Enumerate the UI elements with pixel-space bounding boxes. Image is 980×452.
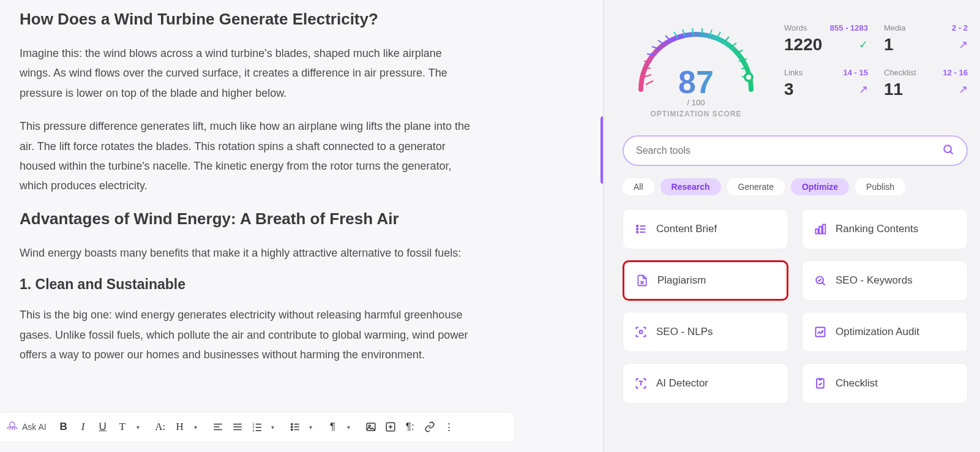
chevron-down-icon[interactable]: ▾ <box>264 418 282 436</box>
score-row: 87 / 100 OPTIMIZATION SCORE Words855 - 1… <box>623 10 968 118</box>
chevron-down-icon[interactable]: ▾ <box>302 418 320 436</box>
tool-optimization-audit[interactable]: Optimization Audit <box>802 312 968 352</box>
text-scan-icon <box>634 377 648 390</box>
svg-point-47 <box>637 225 638 227</box>
score-max: / 100 <box>623 98 769 107</box>
tool-plagiarism[interactable]: Plagiarism <box>623 260 788 301</box>
heading-button[interactable]: H <box>171 418 189 436</box>
tool-label: Content Brief <box>656 223 717 235</box>
arrow-up-right-icon: ↗ <box>859 83 868 96</box>
editor-toolbar: Ask AI B I U T ▾ A: H ▾ 123 ▾ <box>0 413 514 441</box>
svg-point-45 <box>944 145 951 153</box>
tool-label: SEO - NLPs <box>656 326 713 338</box>
chip-optimize[interactable]: Optimize <box>791 178 849 195</box>
tool-checklist[interactable]: Checklist <box>802 363 968 404</box>
tool-label: Plagiarism <box>657 274 706 287</box>
ai-octopus-icon <box>6 420 18 435</box>
svg-rect-55 <box>823 225 825 234</box>
stat-value: 11 <box>884 80 903 99</box>
tool-seo-keywords[interactable]: SEO - Keywords <box>802 260 968 301</box>
chart-up-icon <box>814 325 827 339</box>
chip-all[interactable]: All <box>623 178 654 195</box>
tool-content-brief[interactable]: Content Brief <box>623 209 788 249</box>
stat-value: 3 <box>784 80 794 99</box>
text-color-button[interactable]: A: <box>152 418 169 436</box>
tool-ranking-contents[interactable]: Ranking Contents <box>802 209 968 249</box>
side-panel: 87 / 100 OPTIMIZATION SCORE Words855 - 1… <box>603 0 980 452</box>
search-icon[interactable] <box>942 143 954 159</box>
chevron-down-icon[interactable]: ▾ <box>130 418 147 436</box>
italic-button[interactable]: I <box>75 418 92 436</box>
stat-links[interactable]: Links14 - 15 3↗ <box>784 68 868 99</box>
document-x-icon <box>635 274 649 287</box>
stat-range: 12 - 16 <box>943 68 968 77</box>
heading-turbine: How Does a Wind Turbine Generate Electri… <box>20 10 578 29</box>
svg-line-42 <box>741 68 749 69</box>
filter-chips: All Research Generate Optimize Publish <box>623 178 968 195</box>
subheading-clean: 1. Clean and Sustainable <box>20 276 578 293</box>
tool-ai-detector[interactable]: AI Detector <box>623 363 788 404</box>
image-button[interactable] <box>362 418 380 436</box>
underline-button[interactable]: U <box>94 418 111 436</box>
bold-button[interactable]: B <box>55 418 72 436</box>
scan-icon <box>634 325 648 339</box>
link-button[interactable] <box>421 418 438 436</box>
svg-rect-54 <box>819 227 821 234</box>
paragraph: Wind energy boasts many benefits that ma… <box>20 243 473 263</box>
chip-generate[interactable]: Generate <box>727 178 785 195</box>
ordered-list-button[interactable]: 123 <box>249 418 266 436</box>
search-tools-box[interactable] <box>623 135 968 166</box>
more-button[interactable]: ⋮ <box>441 418 458 436</box>
tool-seo-nlps[interactable]: SEO - NLPs <box>623 312 788 352</box>
paragraph-style-button[interactable]: ¶: <box>402 418 419 436</box>
stat-range: 855 - 1283 <box>830 23 868 32</box>
optimization-gauge: 87 / 100 OPTIMIZATION SCORE <box>623 10 769 118</box>
editor-pane: How Does a Wind Turbine Generate Electri… <box>0 0 603 452</box>
svg-point-49 <box>637 232 638 233</box>
stat-label: Media <box>884 23 905 32</box>
insert-button[interactable] <box>382 418 399 436</box>
chevron-down-icon[interactable]: ▾ <box>187 418 204 436</box>
svg-line-46 <box>950 151 952 154</box>
chevron-down-icon[interactable]: ▾ <box>340 418 357 436</box>
search-input[interactable] <box>636 145 942 156</box>
font-button[interactable]: T <box>114 418 131 436</box>
bullet-list-button[interactable] <box>286 418 304 436</box>
stats-grid: Words855 - 1283 1220✓ Media2 - 2 1↗ Link… <box>784 10 968 99</box>
align-justify-button[interactable] <box>229 418 246 436</box>
paragraph: This is the big one: wind energy generat… <box>20 305 473 364</box>
chip-publish[interactable]: Publish <box>855 178 905 195</box>
svg-line-59 <box>822 282 825 285</box>
heading-advantages: Advantages of Wind Energy: A Breath of F… <box>20 209 578 228</box>
paragraph: Imagine this: the wind blows across a wi… <box>20 43 473 103</box>
svg-point-60 <box>640 331 643 334</box>
stat-range: 14 - 15 <box>843 68 868 77</box>
ask-ai-button[interactable]: Ask AI <box>22 422 47 432</box>
svg-point-15 <box>291 429 292 430</box>
bar-chart-icon <box>814 222 827 236</box>
arrow-up-right-icon: ↗ <box>959 38 968 51</box>
svg-text:3: 3 <box>252 429 254 432</box>
paragraph: This pressure difference generates lift,… <box>20 116 473 196</box>
chip-research[interactable]: Research <box>660 178 721 195</box>
tool-label: Optimization Audit <box>836 326 919 338</box>
arrow-up-right-icon: ↗ <box>959 83 968 96</box>
search-check-icon <box>814 274 827 287</box>
check-icon: ✓ <box>859 38 868 51</box>
svg-point-13 <box>291 423 292 424</box>
tool-label: Checklist <box>836 377 878 390</box>
stat-value: 1 <box>884 35 894 55</box>
stat-media[interactable]: Media2 - 2 1↗ <box>884 23 968 55</box>
align-left-button[interactable] <box>209 418 226 436</box>
stat-label: Words <box>784 23 807 32</box>
svg-point-14 <box>291 426 292 428</box>
score-label: OPTIMIZATION SCORE <box>623 110 769 118</box>
stat-checklist[interactable]: Checklist12 - 16 11↗ <box>884 68 968 99</box>
tool-grid: Content Brief Ranking Contents Plagiaris… <box>623 209 968 404</box>
editor-content[interactable]: How Does a Wind Turbine Generate Electri… <box>20 10 578 364</box>
paragraph-direction-button[interactable]: ¶ <box>324 418 342 436</box>
tool-label: AI Detector <box>656 377 708 390</box>
svg-line-24 <box>646 81 653 85</box>
stat-words[interactable]: Words855 - 1283 1220✓ <box>784 23 868 55</box>
stat-range: 2 - 2 <box>952 23 968 32</box>
